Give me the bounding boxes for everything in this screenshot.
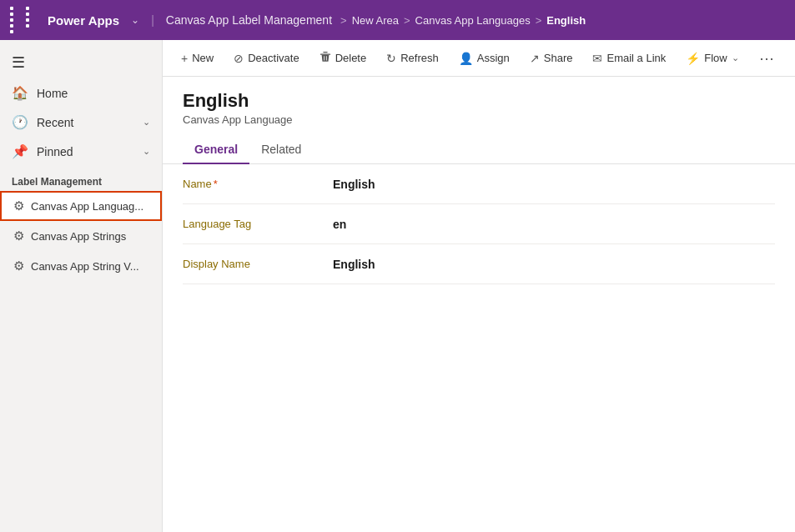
breadcrumb: > New Area > Canvas App Languages > Engl…	[340, 14, 586, 27]
flow-button[interactable]: ⚡ Flow ⌄	[677, 48, 747, 69]
recent-icon: 🕐	[12, 114, 28, 130]
canvas-app-strings-icon: ⚙	[13, 228, 24, 243]
field-language-tag-value[interactable]: en	[333, 218, 346, 231]
record-subtitle: Canvas App Language	[183, 113, 775, 126]
app-grid-icon[interactable]	[10, 7, 39, 33]
hamburger-icon[interactable]: ☰	[0, 47, 162, 78]
field-name-label: Name*	[183, 178, 333, 190]
canvas-app-string-v-icon: ⚙	[13, 258, 24, 274]
required-star: *	[214, 178, 218, 190]
more-button[interactable]: ⋯	[751, 45, 782, 72]
share-label: Share	[544, 52, 573, 64]
deactivate-button[interactable]: ⊘ Deactivate	[225, 48, 307, 69]
sidebar-item-recent[interactable]: 🕐 Recent ⌄	[0, 108, 162, 137]
breadcrumb-separator-0: |	[151, 13, 154, 27]
field-language-tag-label: Language Tag	[183, 218, 333, 230]
breadcrumb-sep-1: >	[340, 14, 347, 27]
toolbar: + New ⊘ Deactivate Delete ↻ Refresh 👤 As…	[163, 40, 795, 77]
tab-general[interactable]: General	[183, 136, 249, 164]
home-icon: 🏠	[12, 85, 28, 101]
recent-chevron-icon: ⌄	[143, 117, 150, 128]
top-bar: Power Apps ⌄ | Canvas App Label Manageme…	[0, 0, 795, 40]
assign-icon: 👤	[459, 52, 473, 65]
delete-button[interactable]: Delete	[311, 47, 375, 69]
field-language-tag-row: Language Tag en	[183, 204, 775, 244]
delete-label: Delete	[335, 52, 367, 64]
refresh-label: Refresh	[400, 52, 439, 64]
breadcrumb-sep-2: >	[404, 14, 410, 27]
svg-rect-1	[323, 52, 327, 53]
sidebar-section-label: Label Management	[0, 166, 162, 191]
record-header: English Canvas App Language	[163, 77, 795, 126]
field-display-name-label: Display Name	[183, 258, 333, 270]
main-layout: ☰ 🏠 Home 🕐 Recent ⌄ 📌 Pinned ⌄ Label Man…	[0, 40, 795, 532]
sidebar: ☰ 🏠 Home 🕐 Recent ⌄ 📌 Pinned ⌄ Label Man…	[0, 40, 163, 532]
svg-rect-0	[320, 54, 330, 55]
canvas-app-languages-label: Canvas App Languag...	[31, 200, 143, 213]
deactivate-label: Deactivate	[248, 52, 299, 64]
sidebar-item-canvas-app-string-v[interactable]: ⚙ Canvas App String V...	[0, 251, 162, 281]
nav-title: Canvas App Label Management	[166, 13, 332, 27]
sidebar-item-home[interactable]: 🏠 Home	[0, 78, 162, 108]
assign-label: Assign	[477, 52, 510, 64]
breadcrumb-sep-3: >	[536, 14, 542, 27]
flow-icon: ⚡	[686, 52, 700, 65]
email-label: Email a Link	[606, 52, 666, 64]
record-title: English	[183, 90, 775, 112]
canvas-app-string-v-label: Canvas App String V...	[31, 260, 139, 273]
content-area: + New ⊘ Deactivate Delete ↻ Refresh 👤 As…	[163, 40, 795, 532]
field-name-value[interactable]: English	[333, 178, 375, 191]
sidebar-home-label: Home	[37, 87, 150, 100]
email-icon: ✉	[592, 52, 602, 65]
breadcrumb-item-2[interactable]: Canvas App Languages	[415, 14, 531, 27]
flow-chevron-icon: ⌄	[732, 53, 739, 63]
app-chevron-icon[interactable]: ⌄	[131, 14, 139, 26]
tabs: General Related	[163, 136, 795, 164]
assign-button[interactable]: 👤 Assign	[450, 48, 518, 69]
new-label: New	[192, 52, 214, 64]
sidebar-item-canvas-app-languages[interactable]: ⚙ Canvas App Languag...	[0, 191, 162, 221]
more-icon: ⋯	[759, 49, 774, 68]
sidebar-item-pinned[interactable]: 📌 Pinned ⌄	[0, 137, 162, 166]
canvas-app-languages-icon: ⚙	[13, 198, 24, 213]
new-icon: +	[181, 52, 188, 65]
form-section: Name* English Language Tag en Display Na…	[163, 164, 795, 284]
field-name-row: Name* English	[183, 164, 775, 204]
sidebar-item-canvas-app-strings[interactable]: ⚙ Canvas App Strings	[0, 221, 162, 251]
pinned-chevron-icon: ⌄	[143, 146, 150, 157]
email-button[interactable]: ✉ Email a Link	[584, 48, 674, 69]
pinned-icon: 📌	[12, 143, 28, 159]
tab-related[interactable]: Related	[249, 136, 313, 164]
flow-label: Flow	[704, 52, 727, 64]
field-display-name-row: Display Name English	[183, 244, 775, 284]
sidebar-recent-label: Recent	[37, 116, 134, 129]
sidebar-pinned-label: Pinned	[37, 145, 134, 158]
share-button[interactable]: ↗ Share	[521, 48, 581, 69]
app-logo[interactable]: Power Apps	[48, 13, 119, 28]
canvas-app-strings-label: Canvas App Strings	[31, 230, 126, 243]
delete-icon	[320, 51, 331, 65]
deactivate-icon: ⊘	[234, 52, 244, 65]
breadcrumb-current: English	[546, 14, 586, 27]
refresh-button[interactable]: ↻ Refresh	[378, 48, 447, 69]
field-display-name-value[interactable]: English	[333, 258, 375, 271]
breadcrumb-item-1[interactable]: New Area	[352, 14, 399, 27]
share-icon: ↗	[530, 52, 540, 65]
refresh-icon: ↻	[386, 52, 396, 65]
new-button[interactable]: + New	[173, 48, 222, 69]
